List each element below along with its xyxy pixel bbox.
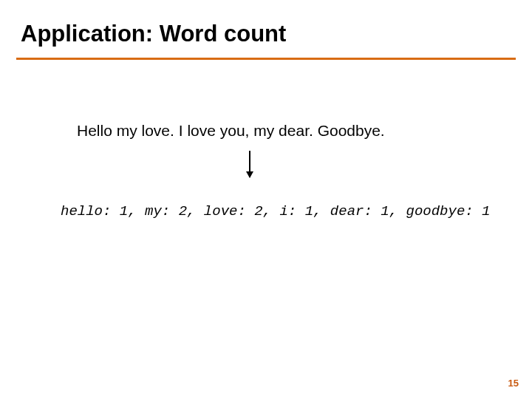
- slide-title: Application: Word count: [21, 21, 286, 47]
- title-underline: [16, 58, 516, 60]
- input-sentence: Hello my love. I love you, my dear. Good…: [77, 122, 385, 140]
- down-arrow-icon: [249, 151, 250, 177]
- slide: Application: Word count Hello my love. I…: [0, 0, 532, 399]
- page-number: 15: [508, 378, 519, 389]
- word-count-output: hello: 1, my: 2, love: 2, i: 1, dear: 1,…: [61, 203, 491, 219]
